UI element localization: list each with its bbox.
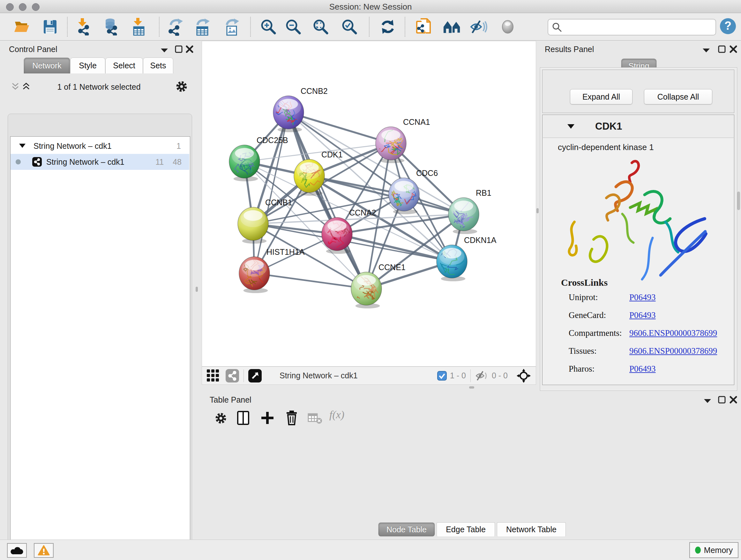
network-node-RB1[interactable]: RB1: [448, 188, 491, 234]
network-view-title: String Network – cdk1: [280, 371, 358, 380]
tab-sets[interactable]: Sets: [143, 57, 173, 73]
apply-layout-button[interactable]: [379, 17, 397, 36]
tab-select[interactable]: Select: [105, 57, 143, 73]
node-label: RB1: [476, 188, 491, 197]
zoom-fit-button[interactable]: [312, 17, 330, 36]
expand-all-icon[interactable]: [22, 82, 30, 91]
network-graph: CCNB2CCNA1CDC25BCDK1CDC6RB1CCNB1CCNA2CDK…: [202, 41, 536, 366]
add-column-icon[interactable]: [260, 411, 274, 425]
horizontal-splitter-handle[interactable]: [469, 386, 474, 388]
grid-mode-icon[interactable]: [206, 369, 220, 382]
toolbar-separator: [405, 17, 405, 37]
export-network-button[interactable]: [166, 17, 185, 36]
gene-collapse-icon[interactable]: [567, 124, 575, 129]
network-view-canvas[interactable]: CCNB2CCNA1CDC25BCDK1CDC6RB1CCNB1CCNA2CDK…: [202, 41, 536, 367]
network-node-CDK1[interactable]: CDK1: [294, 150, 343, 196]
network-node-CCNE1[interactable]: CCNE1: [351, 263, 406, 308]
vertical-splitter-handle[interactable]: [196, 287, 198, 292]
network-edge[interactable]: [288, 112, 366, 289]
import-network-from-file-button[interactable]: [74, 17, 92, 36]
export-table-button[interactable]: [193, 17, 212, 36]
cloud-status-button[interactable]: [7, 543, 27, 558]
node-label: CCNB2: [300, 86, 328, 96]
tab-network[interactable]: Network: [23, 57, 70, 73]
hide-selected-button[interactable]: [470, 17, 488, 36]
refresh-icon: [380, 18, 396, 35]
network-view-toolbar: String Network – cdk1 1 - 0 0 - 0: [202, 367, 536, 385]
toolbar-search-field[interactable]: [548, 19, 716, 36]
gene-header-row[interactable]: CDK1: [543, 115, 734, 138]
show-columns-icon[interactable]: [237, 411, 250, 425]
export-table-icon: [194, 18, 211, 36]
network-edge[interactable]: [288, 112, 391, 143]
network-node-CDKN1A[interactable]: CDKN1A: [434, 236, 496, 281]
help-button[interactable]: ?: [719, 17, 737, 36]
gear-icon[interactable]: [176, 80, 188, 92]
network-node-CCNB2[interactable]: CCNB2: [265, 86, 328, 132]
close-panel-icon[interactable]: [730, 45, 737, 53]
view-share-icon[interactable]: [226, 369, 239, 382]
float-panel-icon[interactable]: [718, 45, 726, 53]
delete-column-icon[interactable]: [285, 410, 298, 425]
node-label: CCNA1: [403, 118, 430, 126]
float-panel-icon[interactable]: [718, 396, 726, 403]
zoom-selected-button[interactable]: [340, 17, 359, 36]
network-row-selected[interactable]: String Network – cdk1 11 48: [10, 154, 189, 170]
function-builder-icon-disabled: f(x): [329, 409, 344, 421]
crosslink-label: Uniprot:: [569, 293, 598, 302]
collapse-all-button[interactable]: Collapse All: [644, 89, 712, 105]
clone-network-button[interactable]: [414, 17, 433, 36]
table-gear-icon[interactable]: [214, 412, 227, 425]
navigator-crosshair-icon[interactable]: [517, 369, 531, 383]
collapse-all-icon[interactable]: [11, 82, 19, 91]
zoom-out-icon: [285, 18, 301, 35]
crosslink-uniprot-link[interactable]: P06493: [629, 293, 656, 302]
birdseye-view-icon[interactable]: [248, 369, 262, 382]
close-panel-icon[interactable]: [730, 396, 737, 403]
toolbar-separator: [250, 17, 251, 37]
network-edge[interactable]: [254, 273, 366, 289]
crosslink-pharos-link[interactable]: P06493: [629, 364, 656, 374]
tab-style[interactable]: Style: [70, 57, 105, 73]
open-session-button[interactable]: [13, 17, 31, 36]
first-neighbors-button[interactable]: [443, 17, 461, 36]
export-image-button[interactable]: [223, 17, 241, 36]
network-node-HIST1H1A[interactable]: HIST1H1A: [239, 247, 305, 294]
expand-all-button[interactable]: Expand All: [570, 89, 632, 105]
results-scrollbar-thumb[interactable]: [737, 192, 740, 210]
warnings-button[interactable]: [34, 543, 54, 558]
crosslink-genecard-link[interactable]: P06493: [629, 310, 656, 320]
crosslink-tissues-link[interactable]: 9606.ENSP00000378699: [629, 346, 717, 356]
tree-expand-icon[interactable]: [19, 143, 26, 148]
tab-edge-table[interactable]: Edge Table: [436, 522, 495, 537]
save-session-button[interactable]: [41, 17, 59, 36]
panel-menu-icon[interactable]: [702, 48, 711, 53]
selected-checkbox-icon[interactable]: [437, 371, 447, 381]
panel-menu-icon[interactable]: [160, 48, 169, 53]
help-icon: ?: [719, 17, 737, 35]
float-panel-icon[interactable]: [175, 45, 183, 53]
results-actions-box: Expand All Collapse All: [542, 70, 734, 113]
import-network-from-database-button[interactable]: [102, 17, 120, 36]
crosslink-label: Pharos:: [569, 364, 595, 374]
network-node-CDC6[interactable]: CDC6: [387, 169, 438, 214]
zoom-in-button[interactable]: [259, 17, 278, 36]
toolbar-separator: [67, 17, 68, 37]
node-label: CDK1: [321, 150, 343, 159]
panel-menu-icon[interactable]: [703, 398, 712, 403]
import-table-from-file-button[interactable]: [130, 17, 148, 36]
hidden-count-label: 0 - 0: [492, 371, 508, 380]
network-node-count: 11: [155, 158, 164, 167]
results-panel-title: Results Panel: [545, 45, 594, 54]
tab-node-table[interactable]: Node Table: [378, 522, 435, 537]
zoom-out-button[interactable]: [284, 17, 302, 36]
crosslink-compartments-link[interactable]: 9606.ENSP00000378699: [629, 328, 717, 338]
search-input[interactable]: [565, 22, 712, 32]
memory-button[interactable]: Memory: [689, 542, 738, 558]
export-image-icon: [224, 18, 240, 36]
network-collection-row[interactable]: String Network – cdk1 1: [10, 138, 189, 154]
close-panel-icon[interactable]: [186, 45, 193, 53]
vertical-splitter-handle[interactable]: [536, 208, 539, 213]
show-all-button[interactable]: [498, 17, 517, 36]
tab-network-table[interactable]: Network Table: [497, 522, 566, 537]
